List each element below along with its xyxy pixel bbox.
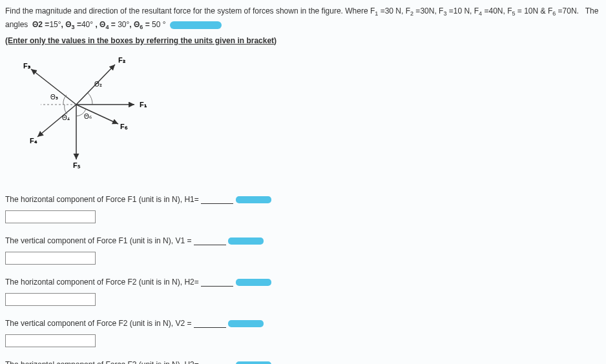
question-1: The horizontal component of Force F1 (un…	[5, 195, 601, 223]
theta4-value: 30°	[118, 20, 129, 29]
svg-text:F₁: F₁	[140, 101, 147, 108]
text-sep: , Θ6 =	[129, 20, 152, 29]
f6-value: 70N	[563, 6, 577, 15]
theta3-value: 40°	[81, 20, 93, 29]
h2-input[interactable]	[5, 293, 96, 306]
text-sep: , F5 =	[503, 6, 524, 15]
q4-label: The vertical component of Force F2 (unit…	[5, 319, 191, 328]
blank-line	[194, 320, 226, 328]
v2-input[interactable]	[5, 334, 96, 347]
svg-text:F₃: F₃	[23, 62, 31, 70]
scribble-mark	[236, 279, 271, 286]
scribble-mark	[228, 320, 264, 327]
question-4: The vertical component of Force F2 (unit…	[5, 319, 601, 347]
problem-statement: Find the magnitude and direction of the …	[5, 5, 601, 32]
scribble-mark	[228, 238, 264, 245]
theta6-value: 50 °	[152, 20, 165, 29]
question-3: The horizontal component of Force F2 (un…	[5, 278, 601, 306]
blank-line	[194, 238, 226, 245]
blank-line	[201, 279, 233, 287]
q3-label: The horizontal component of Force F2 (un…	[5, 278, 199, 287]
instruction-text: (Enter only the values in the boxes by r…	[5, 36, 601, 45]
f1-value: 30 N	[385, 6, 401, 15]
f2-value: 30N	[420, 6, 434, 15]
svg-text:F₂: F₂	[118, 56, 125, 64]
text-sep: , F3 =	[434, 6, 453, 15]
svg-text:Θ₂: Θ₂	[94, 81, 102, 88]
problem-prefix: Find the magnitude and direction of the …	[5, 6, 385, 15]
f5-value: 10N	[524, 6, 538, 15]
text-sep: , Θ4 =	[93, 20, 118, 29]
scribble-mark	[236, 361, 271, 364]
text-sep: , F2 =	[401, 6, 420, 15]
question-2: The vertical component of Force F1 (unit…	[5, 236, 601, 265]
blank-line	[201, 361, 233, 364]
svg-text:F₅: F₅	[73, 161, 81, 169]
svg-text:Θ₄: Θ₄	[62, 114, 70, 121]
svg-line-7	[37, 105, 76, 137]
text-sep: , F4 =	[470, 6, 488, 15]
svg-text:F₄: F₄	[30, 137, 37, 145]
h1-input[interactable]	[5, 210, 96, 223]
q1-label: The horizontal component of Force F1 (un…	[5, 195, 199, 204]
f3-value: 10 N	[454, 6, 470, 15]
question-5: The horizontal component of Force F3 (un…	[5, 360, 601, 364]
svg-text:Θ₃: Θ₃	[50, 94, 58, 101]
svg-text:F₆: F₆	[120, 123, 128, 130]
f4-value: 40N	[488, 6, 503, 15]
q2-label: The vertical component of Force F1 (unit…	[5, 236, 191, 245]
text-sep: , Θ3 =	[61, 20, 81, 29]
v1-input[interactable]	[5, 252, 96, 265]
text-sep: & F6 =	[538, 6, 562, 15]
scribble-mark	[170, 21, 222, 29]
svg-text:Θ₆: Θ₆	[84, 113, 92, 120]
force-diagram: F₁ F₂ F₃ F₄ F₅ F₆ Θ₂ Θ₃ Θ₄ Θ₆	[12, 53, 154, 169]
blank-line	[201, 196, 233, 204]
q5-label: The horizontal component of Force F3 (un…	[5, 360, 199, 364]
scribble-mark	[236, 196, 271, 203]
theta2-value: 15°	[49, 20, 61, 29]
svg-line-11	[76, 105, 118, 124]
